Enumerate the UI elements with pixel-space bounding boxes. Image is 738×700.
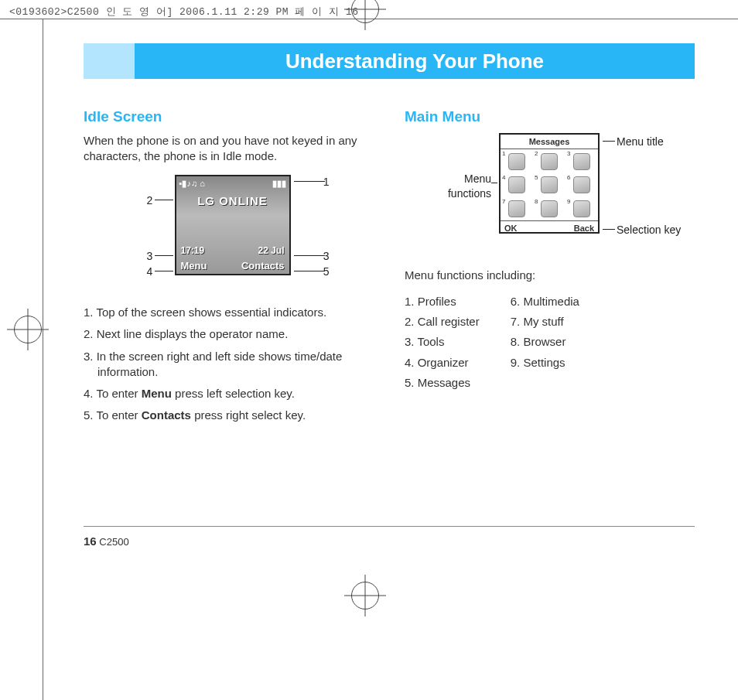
menu-icon: 4 xyxy=(501,173,533,197)
callout-5: 5 xyxy=(323,265,330,279)
registration-mark-icon xyxy=(14,316,42,343)
list-item: 5. Messages xyxy=(405,375,480,391)
menu-functions-left: 1. Profiles 2. Call register 3. Tools 4.… xyxy=(405,294,480,395)
main-menu-diagram: Menu functions Menu title Selection key … xyxy=(414,133,692,249)
list-item: 1. Profiles xyxy=(405,294,480,309)
cell-num: 6 xyxy=(567,174,570,183)
model-name: C2500 xyxy=(99,536,128,548)
cell-num: 1 xyxy=(502,150,505,159)
list-item: 7. My stuff xyxy=(511,314,579,330)
callout-line xyxy=(491,183,497,183)
idle-list: 1. Top of the screen shows essential ind… xyxy=(84,305,374,424)
callout-line xyxy=(155,200,173,200)
cell-num: 7 xyxy=(502,198,505,207)
page-body: Understanding Your Phone Idle Screen Whe… xyxy=(84,43,695,430)
settings-icon xyxy=(573,200,590,217)
text: 4. To enter xyxy=(84,387,142,400)
callout-line xyxy=(294,271,325,271)
battery-icon: ▮▮▮ xyxy=(272,178,286,190)
menu-functions-columns: 1. Profiles 2. Call register 3. Tools 4.… xyxy=(405,294,695,395)
list-item: 9. Settings xyxy=(511,355,579,370)
callout-1: 1 xyxy=(323,175,330,190)
call-register-icon xyxy=(541,153,558,170)
text: press right select key. xyxy=(191,408,306,422)
idle-screen-diagram: ▪▮♪♫ ⌂ ▮▮▮ LG ONLINE 17:19 22 Jul Menu C… xyxy=(128,175,330,291)
menu-title: Messages xyxy=(501,135,598,150)
profiles-icon xyxy=(508,153,525,170)
phone-menu-screen: Messages 1 2 3 4 5 6 7 8 9 OK Back xyxy=(499,133,600,234)
list-item: 1. Top of the screen shows essential ind… xyxy=(84,305,374,320)
messages-icon xyxy=(541,176,558,193)
callout-3l: 3 xyxy=(147,249,153,264)
clock-time: 17:19 xyxy=(181,244,205,257)
cell-num: 4 xyxy=(502,174,505,183)
bold-text: Contacts xyxy=(142,408,191,422)
list-item: 6. Multimedia xyxy=(511,294,579,309)
cell-num: 2 xyxy=(535,150,538,159)
softkey-right: Contacts xyxy=(241,259,285,273)
list-item: 5. To enter Contacts press right select … xyxy=(84,408,374,423)
callout-line xyxy=(294,181,325,182)
operator-name: LG ONLINE xyxy=(176,193,289,209)
main-menu-heading: Main Menu xyxy=(405,107,695,127)
menu-icon: 6 xyxy=(565,173,598,197)
menu-icon: 9 xyxy=(565,197,598,221)
label-menu-functions: Menu functions xyxy=(414,172,491,201)
menu-icon: 5 xyxy=(533,173,565,197)
idle-intro: When the phone is on and you have not ke… xyxy=(84,133,374,165)
list-item: 3. Tools xyxy=(405,334,480,350)
registration-mark-icon xyxy=(351,0,379,23)
label-menu-title: Menu title xyxy=(617,135,664,149)
menu-icon: 8 xyxy=(533,197,565,221)
page-footer: 16 C2500 xyxy=(84,526,695,548)
right-column: Main Menu Menu functions Menu title Sele… xyxy=(405,107,695,430)
crop-mark-vertical xyxy=(43,19,43,700)
callout-line xyxy=(155,271,173,271)
callout-line xyxy=(603,141,615,142)
menu-functions-label: Menu functions including: xyxy=(405,268,695,283)
page-number: 16 xyxy=(84,534,97,548)
list-item: 4. To enter Menu press left selection ke… xyxy=(84,386,374,401)
title-band: Understanding Your Phone xyxy=(84,43,695,79)
callout-line xyxy=(603,229,615,230)
list-item: 3. In the screen right and left side sho… xyxy=(84,349,374,381)
softkey-left: Menu xyxy=(181,259,207,273)
status-bar: ▪▮♪♫ ⌂ ▮▮▮ xyxy=(179,178,286,190)
menu-functions-right: 6. Multimedia 7. My stuff 8. Browser 9. … xyxy=(511,294,579,395)
phone-screen: ▪▮♪♫ ⌂ ▮▮▮ LG ONLINE 17:19 22 Jul Menu C… xyxy=(175,175,291,275)
idle-heading: Idle Screen xyxy=(84,107,374,127)
cell-num: 5 xyxy=(535,174,538,183)
list-item: 8. Browser xyxy=(511,334,579,350)
cell-num: 8 xyxy=(535,198,538,207)
list-item: 2. Call register xyxy=(405,314,480,330)
menu-icon: 7 xyxy=(501,197,533,221)
callout-3r: 3 xyxy=(323,249,330,264)
callout-line xyxy=(155,255,173,256)
status-icons-left: ▪▮♪♫ ⌂ xyxy=(179,178,205,190)
multimedia-icon xyxy=(573,176,590,193)
menu-icon: 2 xyxy=(533,149,565,173)
registration-mark-icon xyxy=(351,582,379,610)
menu-icon: 1 xyxy=(501,149,533,173)
organizer-icon xyxy=(508,176,525,193)
cell-num: 3 xyxy=(567,150,570,159)
tools-icon xyxy=(573,153,590,170)
browser-icon xyxy=(541,200,558,217)
softkey-back: Back xyxy=(574,223,594,234)
menu-icon: 3 xyxy=(565,149,598,173)
text: press left selection key. xyxy=(172,387,295,400)
callout-line xyxy=(294,255,325,256)
list-item: 2. Next line displays the operator name. xyxy=(84,326,374,342)
label-selection-key: Selection key xyxy=(617,223,681,237)
callout-4: 4 xyxy=(147,265,153,279)
my-stuff-icon xyxy=(508,200,525,217)
cell-num: 9 xyxy=(567,198,570,207)
text: 5. To enter xyxy=(84,408,142,422)
callout-2: 2 xyxy=(147,193,153,208)
page-title: Understanding Your Phone xyxy=(135,43,695,79)
bold-text: Menu xyxy=(142,387,172,400)
accent-block xyxy=(84,43,135,79)
left-column: Idle Screen When the phone is on and you… xyxy=(84,107,374,430)
menu-icon-grid: 1 2 3 4 5 6 7 8 9 xyxy=(501,149,598,220)
softkey-ok: OK xyxy=(504,223,518,234)
